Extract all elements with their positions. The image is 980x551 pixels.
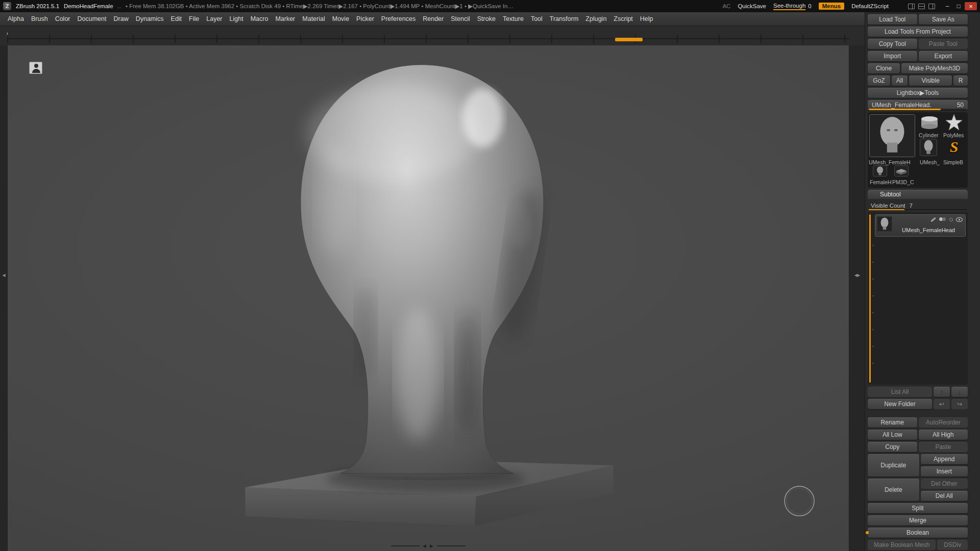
menu-tool[interactable]: Tool — [527, 13, 546, 24]
layout-panes-icon[interactable] — [928, 4, 935, 9]
insert-button[interactable]: Insert — [921, 466, 968, 477]
subtool-scroll-rail[interactable] — [869, 214, 871, 383]
subtool-item[interactable]: UMesh_FemaleHead — [875, 214, 966, 237]
close-button[interactable]: × — [965, 2, 977, 10]
subtool-move-down-button[interactable]: ↓ — [951, 387, 968, 397]
sculpt-canvas[interactable]: ◀ ▶ — [7, 45, 849, 551]
menu-file[interactable]: File — [185, 13, 203, 24]
canvas-row: ◀ — [0, 45, 865, 551]
menu-brush[interactable]: Brush — [28, 13, 52, 24]
visible-count-label: Visible Count — [871, 203, 905, 209]
menu-render[interactable]: Render — [419, 13, 447, 24]
boolean-button[interactable]: Boolean — [868, 528, 968, 538]
recent-tool-female-thumbnail[interactable]: 2 — [873, 165, 887, 177]
quicksave-button[interactable]: QuickSave — [738, 3, 766, 9]
umesh-small-thumbnail[interactable] — [920, 139, 937, 156]
subtool-head-icon — [877, 217, 892, 231]
menu-edit[interactable]: Edit — [167, 13, 186, 24]
menu-picker[interactable]: Picker — [353, 13, 378, 24]
menu-light[interactable]: Light — [226, 13, 247, 24]
subtool-section-header[interactable]: Subtool — [868, 190, 968, 199]
subtool-move-up-button[interactable]: ↑ — [934, 387, 950, 397]
menu-help[interactable]: Help — [636, 13, 657, 24]
menu-zscript[interactable]: Zscript — [610, 13, 636, 24]
left-divider-handle-icon[interactable]: ◀ — [2, 273, 5, 278]
load-tools-from-project-button[interactable]: Load Tools From Project — [868, 27, 968, 37]
layout-split-icon[interactable] — [908, 4, 915, 9]
autoreorder-button: AutoReorder — [919, 417, 968, 428]
append-button[interactable]: Append — [921, 454, 968, 464]
copy-tool-button[interactable]: Copy Tool — [868, 39, 917, 49]
menu-draw[interactable]: Draw — [110, 13, 132, 24]
menus-toggle-button[interactable]: Menus — [819, 3, 844, 10]
menu-movie[interactable]: Movie — [329, 13, 353, 24]
sculpt-brush-icon[interactable] — [930, 217, 936, 221]
menu-stroke[interactable]: Stroke — [474, 13, 499, 24]
cylinder-tool-thumbnail[interactable] — [919, 115, 940, 131]
menu-material[interactable]: Material — [299, 13, 328, 24]
goz-visible-button[interactable]: Visible — [909, 76, 952, 86]
copy-subtool-button[interactable]: Copy — [868, 442, 917, 452]
save-as-button[interactable]: Save As — [919, 14, 968, 24]
menu-stencil[interactable]: Stencil — [447, 13, 474, 24]
new-folder-button[interactable]: New Folder — [868, 399, 932, 409]
head-mesh[interactable] — [301, 65, 550, 479]
goz-all-button[interactable]: All — [892, 76, 908, 86]
see-through-slider[interactable]: See-through 0 — [773, 3, 812, 10]
menu-zplugin[interactable]: Zplugin — [582, 13, 610, 24]
menu-alpha[interactable]: Alpha — [4, 13, 28, 24]
goz-r-button[interactable]: R — [953, 76, 968, 86]
all-high-button[interactable]: All High — [919, 430, 968, 440]
load-tool-button[interactable]: Load Tool — [868, 14, 917, 24]
left-tray-divider[interactable]: ◀ — [0, 45, 7, 551]
active-tool-thumbnail[interactable] — [869, 114, 915, 157]
titlebar: Z ZBrush 2021.5.1 DemoHeadFemale .. • Fr… — [0, 0, 980, 12]
menu-macro[interactable]: Macro — [247, 13, 272, 24]
menu-marker[interactable]: Marker — [272, 13, 299, 24]
menu-dynamics[interactable]: Dynamics — [132, 13, 167, 24]
lightbox-tools-button[interactable]: Lightbox▶Tools — [868, 88, 968, 98]
goz-button[interactable]: GoZ — [868, 76, 890, 86]
active-tool-slider[interactable]: UMesh_FemaleHead. 50 — [868, 100, 968, 110]
menu-preferences[interactable]: Preferences — [378, 13, 419, 24]
sculpt-viewport[interactable] — [8, 45, 849, 551]
menu-texture[interactable]: Texture — [499, 13, 527, 24]
right-divider-handle-icon[interactable]: ◀▶ — [854, 273, 860, 278]
rename-button[interactable]: Rename — [868, 417, 917, 428]
export-button[interactable]: Export — [919, 51, 968, 61]
ghost-visibility-icon[interactable] — [949, 218, 953, 221]
minimize-button[interactable]: – — [942, 2, 952, 10]
merge-button[interactable]: Merge — [868, 515, 968, 525]
polypaint-icon[interactable] — [939, 217, 946, 221]
visible-count-slider[interactable]: Visible Count 7 — [868, 201, 968, 210]
list-all-button: List All — [868, 387, 932, 397]
polymesh3d-tool-thumbnail[interactable] — [943, 113, 965, 133]
delete-button[interactable]: Delete — [868, 479, 919, 501]
del-all-button[interactable]: Del All — [921, 491, 968, 501]
clone-button[interactable]: Clone — [868, 63, 900, 73]
eye-visibility-icon[interactable] — [956, 217, 963, 222]
arrow-up-icon: ↑ — [940, 388, 944, 396]
all-low-button[interactable]: All Low — [868, 430, 917, 440]
menu-transform[interactable]: Transform — [546, 13, 582, 24]
simplebrush-tool-thumbnail[interactable]: S — [944, 138, 964, 156]
simplebrush-s-icon: S — [950, 139, 959, 155]
recent-tool-pm3d-thumbnail[interactable]: 2 — [894, 165, 909, 177]
import-button[interactable]: Import — [868, 51, 917, 61]
menu-layer[interactable]: Layer — [203, 13, 226, 24]
canvas-bottom-scroll[interactable]: ◀ ▶ — [391, 543, 465, 548]
cylinder-icon — [919, 115, 940, 131]
maximize-button[interactable]: □ — [953, 2, 964, 10]
default-zscript-button[interactable]: DefaultZScript — [851, 3, 889, 9]
scroll-right-icon[interactable]: ▶ — [430, 543, 434, 548]
make-polymesh3d-button[interactable]: Make PolyMesh3D — [901, 63, 968, 73]
scroll-left-icon[interactable]: ◀ — [423, 543, 427, 548]
right-tray-divider[interactable]: ◀▶ — [849, 45, 865, 551]
duplicate-button[interactable]: Duplicate — [868, 454, 919, 477]
move-into-folder-button: ↪ — [951, 399, 968, 409]
menu-document[interactable]: Document — [74, 13, 110, 24]
timeline-marker[interactable] — [615, 38, 643, 41]
layout-rows-icon[interactable] — [918, 4, 925, 9]
menu-color[interactable]: Color — [52, 13, 74, 24]
split-button[interactable]: Split — [868, 503, 968, 513]
